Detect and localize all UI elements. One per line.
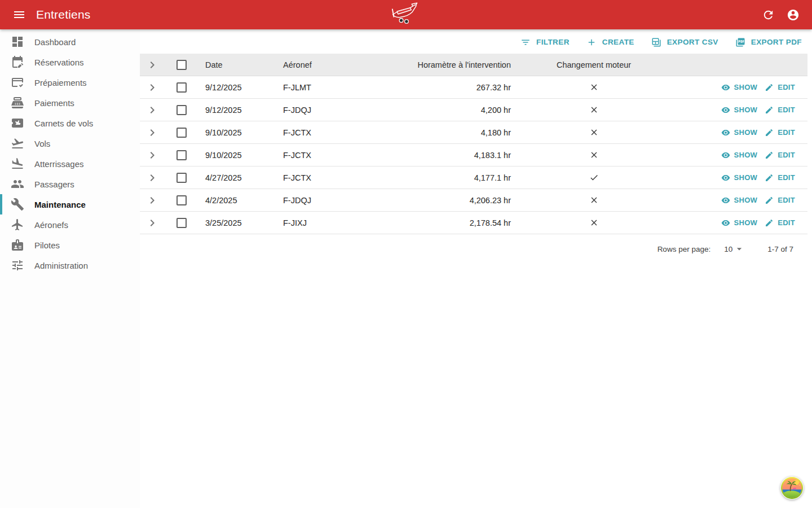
eye-icon bbox=[721, 83, 730, 92]
cell-aircraft: F-JDQJ bbox=[276, 196, 403, 205]
pencil-icon bbox=[765, 151, 774, 160]
export-csv-button[interactable]: EXPORT CSV bbox=[647, 34, 723, 51]
refresh-icon bbox=[762, 8, 775, 21]
cell-engine-change bbox=[518, 218, 670, 227]
edit-button-label: EDIT bbox=[778, 151, 795, 159]
filter-button[interactable]: FILTRER bbox=[516, 34, 574, 51]
cell-engine-change bbox=[518, 173, 670, 182]
sidebar-item-atterrissages[interactable]: Atterrissages bbox=[0, 154, 140, 174]
cell-hours: 2,178.54 hr bbox=[403, 218, 518, 227]
expand-row-icon[interactable] bbox=[145, 81, 159, 94]
sidebar-item-aeronefs[interactable]: Aéronefs bbox=[0, 214, 140, 235]
close-icon bbox=[589, 105, 599, 115]
sidebar-item-label: Pilotes bbox=[34, 240, 60, 250]
menu-button[interactable] bbox=[11, 7, 27, 23]
cell-hours: 4,183.1 hr bbox=[403, 151, 518, 160]
row-checkbox[interactable] bbox=[176, 150, 187, 160]
row-checkbox[interactable] bbox=[176, 173, 187, 183]
expand-row-icon[interactable] bbox=[145, 126, 159, 139]
edit-button[interactable]: EDIT bbox=[765, 196, 795, 205]
cell-hours: 4,180 hr bbox=[403, 128, 518, 137]
refresh-button[interactable] bbox=[760, 7, 776, 23]
dashboard-icon bbox=[11, 35, 24, 49]
show-button-label: SHOW bbox=[734, 106, 758, 114]
edit-calendar-icon bbox=[11, 55, 24, 69]
cell-date: 9/10/2025 bbox=[198, 151, 276, 160]
show-button[interactable]: SHOW bbox=[721, 128, 758, 137]
show-button[interactable]: SHOW bbox=[721, 83, 758, 92]
airplane-logo bbox=[390, 2, 422, 28]
tropical-island-badge[interactable] bbox=[780, 476, 804, 500]
main-content: FILTRER CREATE EXPORT CSV EXPORT PDF bbox=[140, 29, 812, 508]
select-all-checkbox[interactable] bbox=[176, 60, 187, 70]
row-checkbox[interactable] bbox=[176, 128, 187, 138]
sidebar-item-label: Réservations bbox=[34, 58, 84, 67]
edit-button[interactable]: EDIT bbox=[765, 83, 795, 92]
expand-row-icon[interactable] bbox=[145, 171, 159, 185]
create-button[interactable]: CREATE bbox=[582, 34, 639, 51]
row-checkbox[interactable] bbox=[176, 82, 187, 93]
pencil-icon bbox=[765, 218, 774, 227]
expand-row-icon[interactable] bbox=[145, 103, 159, 117]
chevron-down-icon bbox=[734, 243, 745, 255]
table-row[interactable]: 4/2/2025 F-JDQJ 4,206.23 hr SHOW bbox=[140, 189, 807, 212]
cell-date: 4/2/2025 bbox=[198, 196, 276, 205]
expand-row-icon[interactable] bbox=[145, 216, 159, 230]
expand-all-icon[interactable] bbox=[145, 58, 159, 72]
maintenance-table: Date Aéronef Horamètre à l'intervention … bbox=[140, 54, 807, 234]
table-body: 9/12/2025 F-JLMT 267.32 hr SHOW bbox=[140, 76, 807, 234]
table-row[interactable]: 9/12/2025 F-JLMT 267.32 hr SHOW bbox=[140, 76, 807, 99]
rows-per-page-select[interactable]: 10 bbox=[724, 243, 745, 255]
sidebar-item-pilotes[interactable]: Pilotes bbox=[0, 235, 140, 255]
expand-row-icon[interactable] bbox=[145, 194, 159, 207]
edit-button[interactable]: EDIT bbox=[765, 173, 795, 182]
table-row[interactable]: 4/27/2025 F-JCTX 4,177.1 hr SHOW bbox=[140, 167, 807, 189]
sidebar-item-prepaiements[interactable]: Prépaiements bbox=[0, 72, 140, 93]
row-checkbox[interactable] bbox=[176, 218, 187, 228]
sidebar-item-label: Passagers bbox=[34, 179, 74, 189]
edit-button[interactable]: EDIT bbox=[765, 106, 795, 115]
expand-row-icon[interactable] bbox=[145, 148, 159, 162]
point-of-sale-icon bbox=[11, 96, 24, 110]
table-row[interactable]: 9/10/2025 F-JCTX 4,180 hr SHOW bbox=[140, 121, 807, 144]
tune-icon bbox=[11, 259, 24, 272]
sidebar-item-label: Prépaiements bbox=[34, 78, 87, 87]
row-checkbox[interactable] bbox=[176, 195, 187, 205]
sidebar-item-dashboard[interactable]: Dashboard bbox=[0, 32, 140, 52]
sidebar-item-paiements[interactable]: Paiements bbox=[0, 93, 140, 113]
sidebar-item-label: Aéronefs bbox=[34, 220, 68, 230]
eye-icon bbox=[721, 196, 730, 205]
pagination: Rows per page: 10 1-7 of 7 bbox=[140, 234, 807, 264]
show-button[interactable]: SHOW bbox=[721, 106, 758, 115]
table-row[interactable]: 9/12/2025 F-JDQJ 4,200 hr SHOW bbox=[140, 99, 807, 121]
pencil-icon bbox=[765, 196, 774, 205]
export-pdf-button[interactable]: EXPORT PDF bbox=[731, 34, 806, 51]
show-button[interactable]: SHOW bbox=[721, 173, 758, 182]
show-button[interactable]: SHOW bbox=[721, 196, 758, 205]
show-button[interactable]: SHOW bbox=[721, 151, 758, 160]
sidebar-item-label: Vols bbox=[34, 139, 50, 148]
account-button[interactable] bbox=[785, 7, 801, 23]
account-circle-icon bbox=[787, 8, 800, 21]
sidebar-item-label: Dashboard bbox=[34, 37, 76, 47]
edit-button[interactable]: EDIT bbox=[765, 128, 795, 137]
edit-button[interactable]: EDIT bbox=[765, 151, 795, 160]
table-row[interactable]: 3/25/2025 F-JIXJ 2,178.54 hr SHOW bbox=[140, 212, 807, 234]
show-button[interactable]: SHOW bbox=[721, 218, 758, 227]
filter-icon bbox=[520, 37, 531, 47]
sidebar-item-vols[interactable]: Vols bbox=[0, 133, 140, 154]
column-header-aircraft: Aéronef bbox=[276, 60, 403, 69]
sidebar-item-reservations[interactable]: Réservations bbox=[0, 52, 140, 72]
sidebar-item-maintenance[interactable]: Maintenance bbox=[0, 194, 140, 214]
sidebar-item-label: Atterrissages bbox=[34, 159, 84, 169]
edit-button[interactable]: EDIT bbox=[765, 218, 795, 227]
plus-icon bbox=[586, 37, 597, 47]
sidebar-item-administration[interactable]: Administration bbox=[0, 255, 140, 275]
table-row[interactable]: 9/10/2025 F-JCTX 4,183.1 hr SHOW bbox=[140, 144, 807, 167]
cell-hours: 4,200 hr bbox=[403, 106, 518, 115]
edit-button-label: EDIT bbox=[778, 128, 795, 137]
sidebar-item-passagers[interactable]: Passagers bbox=[0, 174, 140, 194]
row-checkbox[interactable] bbox=[176, 105, 187, 115]
close-icon bbox=[589, 195, 599, 205]
sidebar-item-carnets-de-vols[interactable]: Carnets de vols bbox=[0, 113, 140, 133]
